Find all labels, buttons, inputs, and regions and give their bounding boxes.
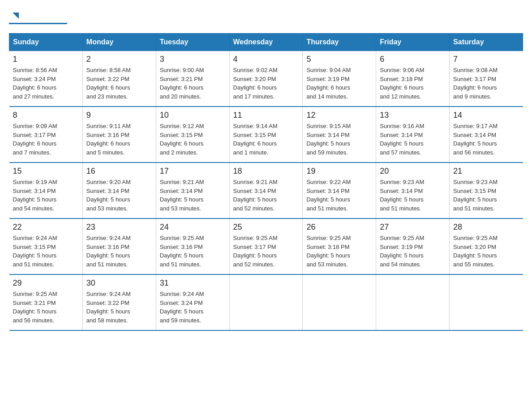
- calendar-cell: 1Sunrise: 8:56 AM Sunset: 3:24 PM Daylig…: [9, 51, 83, 107]
- day-number: 2: [86, 55, 152, 64]
- day-info: Sunrise: 9:25 AM Sunset: 3:20 PM Dayligh…: [453, 234, 519, 269]
- day-number: 20: [380, 167, 446, 176]
- day-info: Sunrise: 8:58 AM Sunset: 3:22 PM Dayligh…: [86, 66, 152, 101]
- day-number: 1: [13, 55, 79, 64]
- calendar-header-row: SundayMondayTuesdayWednesdayThursdayFrid…: [9, 34, 523, 51]
- day-info: Sunrise: 9:16 AM Sunset: 3:14 PM Dayligh…: [380, 122, 446, 157]
- calendar-cell: 14Sunrise: 9:17 AM Sunset: 3:14 PM Dayli…: [450, 107, 523, 163]
- day-number: 30: [86, 278, 152, 288]
- calendar-cell: 24Sunrise: 9:25 AM Sunset: 3:16 PM Dayli…: [156, 218, 229, 274]
- calendar-cell: 4Sunrise: 9:02 AM Sunset: 3:20 PM Daylig…: [229, 51, 303, 107]
- day-info: Sunrise: 9:21 AM Sunset: 3:14 PM Dayligh…: [160, 178, 226, 213]
- day-info: Sunrise: 9:19 AM Sunset: 3:14 PM Dayligh…: [13, 178, 79, 213]
- day-number: 15: [13, 167, 79, 176]
- day-info: Sunrise: 9:11 AM Sunset: 3:16 PM Dayligh…: [86, 122, 152, 157]
- day-number: 25: [233, 223, 299, 232]
- day-number: 18: [233, 167, 299, 176]
- day-info: Sunrise: 8:56 AM Sunset: 3:24 PM Dayligh…: [13, 66, 79, 101]
- day-info: Sunrise: 9:23 AM Sunset: 3:14 PM Dayligh…: [380, 178, 446, 213]
- calendar-week-4: 22Sunrise: 9:24 AM Sunset: 3:15 PM Dayli…: [9, 218, 523, 274]
- day-number: 21: [453, 167, 519, 176]
- day-number: 4: [233, 55, 299, 64]
- calendar-week-5: 29Sunrise: 9:25 AM Sunset: 3:21 PM Dayli…: [9, 274, 523, 330]
- day-info: Sunrise: 9:25 AM Sunset: 3:21 PM Dayligh…: [13, 290, 79, 325]
- calendar-cell: 15Sunrise: 9:19 AM Sunset: 3:14 PM Dayli…: [9, 163, 83, 218]
- calendar-cell: 3Sunrise: 9:00 AM Sunset: 3:21 PM Daylig…: [156, 51, 229, 107]
- calendar-cell: 7Sunrise: 9:08 AM Sunset: 3:17 PM Daylig…: [450, 51, 523, 107]
- calendar-cell: 2Sunrise: 8:58 AM Sunset: 3:22 PM Daylig…: [82, 51, 156, 107]
- calendar-cell: 28Sunrise: 9:25 AM Sunset: 3:20 PM Dayli…: [450, 218, 523, 274]
- header-sunday: Sunday: [9, 34, 83, 51]
- day-number: 26: [306, 223, 372, 232]
- calendar-cell: [229, 274, 303, 330]
- calendar-cell: [303, 274, 376, 330]
- day-number: 14: [453, 111, 519, 120]
- calendar-cell: 18Sunrise: 9:21 AM Sunset: 3:14 PM Dayli…: [229, 163, 303, 218]
- calendar-cell: 22Sunrise: 9:24 AM Sunset: 3:15 PM Dayli…: [9, 218, 83, 274]
- day-info: Sunrise: 9:14 AM Sunset: 3:15 PM Dayligh…: [233, 122, 299, 157]
- day-number: 23: [86, 223, 152, 232]
- day-info: Sunrise: 9:24 AM Sunset: 3:16 PM Dayligh…: [86, 234, 152, 269]
- day-info: Sunrise: 9:24 AM Sunset: 3:24 PM Dayligh…: [160, 290, 226, 325]
- calendar-cell: 25Sunrise: 9:25 AM Sunset: 3:17 PM Dayli…: [229, 218, 303, 274]
- calendar-cell: 19Sunrise: 9:22 AM Sunset: 3:14 PM Dayli…: [303, 163, 376, 218]
- calendar-cell: 5Sunrise: 9:04 AM Sunset: 3:19 PM Daylig…: [303, 51, 376, 107]
- calendar-week-2: 8Sunrise: 9:09 AM Sunset: 3:17 PM Daylig…: [9, 107, 523, 163]
- day-number: 19: [306, 167, 372, 176]
- calendar-cell: 20Sunrise: 9:23 AM Sunset: 3:14 PM Dayli…: [376, 163, 450, 218]
- day-number: 9: [86, 111, 152, 120]
- day-info: Sunrise: 9:17 AM Sunset: 3:14 PM Dayligh…: [453, 122, 519, 157]
- calendar-week-1: 1Sunrise: 8:56 AM Sunset: 3:24 PM Daylig…: [9, 51, 523, 107]
- day-info: Sunrise: 9:15 AM Sunset: 3:14 PM Dayligh…: [306, 122, 372, 157]
- calendar-cell: 30Sunrise: 9:24 AM Sunset: 3:22 PM Dayli…: [82, 274, 156, 330]
- day-info: Sunrise: 9:25 AM Sunset: 3:19 PM Dayligh…: [380, 234, 446, 269]
- calendar-cell: 6Sunrise: 9:06 AM Sunset: 3:18 PM Daylig…: [376, 51, 450, 107]
- calendar-cell: 16Sunrise: 9:20 AM Sunset: 3:14 PM Dayli…: [82, 163, 156, 218]
- header-tuesday: Tuesday: [156, 34, 229, 51]
- day-number: 10: [160, 111, 226, 120]
- day-number: 13: [380, 111, 446, 120]
- day-info: Sunrise: 9:25 AM Sunset: 3:17 PM Dayligh…: [233, 234, 299, 269]
- logo: [9, 9, 67, 24]
- calendar-cell: 13Sunrise: 9:16 AM Sunset: 3:14 PM Dayli…: [376, 107, 450, 163]
- day-number: 31: [160, 278, 226, 288]
- calendar-cell: 21Sunrise: 9:23 AM Sunset: 3:15 PM Dayli…: [450, 163, 523, 218]
- logo-underline: [9, 23, 67, 24]
- calendar-cell: 17Sunrise: 9:21 AM Sunset: 3:14 PM Dayli…: [156, 163, 229, 218]
- day-info: Sunrise: 9:20 AM Sunset: 3:14 PM Dayligh…: [86, 178, 152, 213]
- day-info: Sunrise: 9:12 AM Sunset: 3:15 PM Dayligh…: [160, 122, 226, 157]
- calendar-week-3: 15Sunrise: 9:19 AM Sunset: 3:14 PM Dayli…: [9, 163, 523, 218]
- day-info: Sunrise: 9:24 AM Sunset: 3:15 PM Dayligh…: [13, 234, 79, 269]
- calendar-cell: 26Sunrise: 9:25 AM Sunset: 3:18 PM Dayli…: [303, 218, 376, 274]
- day-number: 8: [13, 111, 79, 120]
- day-number: 3: [160, 55, 226, 64]
- page-header: [9, 9, 523, 24]
- day-info: Sunrise: 9:06 AM Sunset: 3:18 PM Dayligh…: [380, 66, 446, 101]
- day-info: Sunrise: 9:23 AM Sunset: 3:15 PM Dayligh…: [453, 178, 519, 213]
- day-info: Sunrise: 9:25 AM Sunset: 3:16 PM Dayligh…: [160, 234, 226, 269]
- logo-arrow-icon: [11, 11, 21, 22]
- day-info: Sunrise: 9:22 AM Sunset: 3:14 PM Dayligh…: [306, 178, 372, 213]
- day-number: 27: [380, 223, 446, 232]
- day-number: 28: [453, 223, 519, 232]
- calendar-cell: 23Sunrise: 9:24 AM Sunset: 3:16 PM Dayli…: [82, 218, 156, 274]
- day-number: 16: [86, 167, 152, 176]
- calendar-cell: 29Sunrise: 9:25 AM Sunset: 3:21 PM Dayli…: [9, 274, 83, 330]
- header-thursday: Thursday: [303, 34, 376, 51]
- day-number: 5: [306, 55, 372, 64]
- calendar-cell: 12Sunrise: 9:15 AM Sunset: 3:14 PM Dayli…: [303, 107, 376, 163]
- svg-marker-0: [13, 13, 19, 19]
- calendar-cell: 31Sunrise: 9:24 AM Sunset: 3:24 PM Dayli…: [156, 274, 229, 330]
- calendar-cell: [450, 274, 523, 330]
- header-monday: Monday: [82, 34, 156, 51]
- calendar-cell: 9Sunrise: 9:11 AM Sunset: 3:16 PM Daylig…: [82, 107, 156, 163]
- day-number: 29: [13, 278, 79, 288]
- calendar-cell: [376, 274, 450, 330]
- day-number: 24: [160, 223, 226, 232]
- calendar-cell: 27Sunrise: 9:25 AM Sunset: 3:19 PM Dayli…: [376, 218, 450, 274]
- day-info: Sunrise: 9:21 AM Sunset: 3:14 PM Dayligh…: [233, 178, 299, 213]
- header-saturday: Saturday: [450, 34, 523, 51]
- calendar-table: SundayMondayTuesdayWednesdayThursdayFrid…: [9, 33, 523, 331]
- calendar-cell: 8Sunrise: 9:09 AM Sunset: 3:17 PM Daylig…: [9, 107, 83, 163]
- day-number: 6: [380, 55, 446, 64]
